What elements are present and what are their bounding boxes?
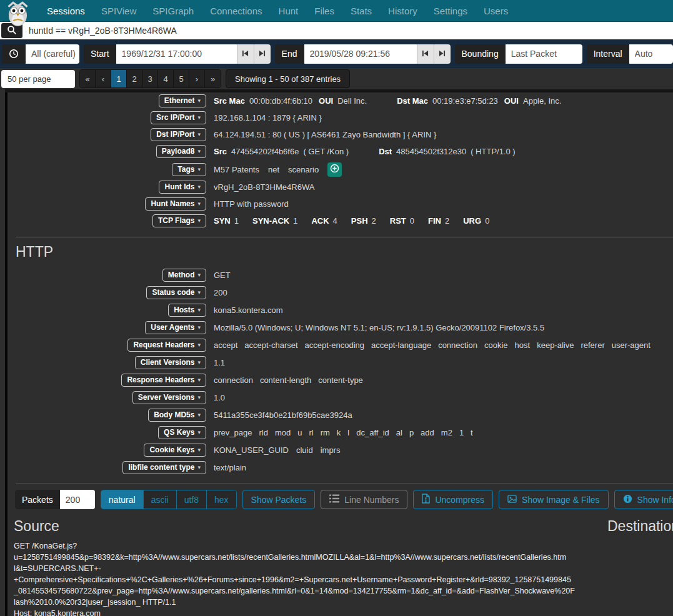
start-step-back-button[interactable] [237, 44, 254, 64]
nav-item-stats[interactable]: Stats [342, 6, 380, 16]
hunt-id-value[interactable]: vRgH_2oB-8T3HMe4R6WA [214, 182, 314, 192]
qs-key-value[interactable]: mod [275, 428, 291, 437]
qs-key-value[interactable]: al [396, 428, 402, 437]
start-time-input[interactable] [116, 44, 237, 64]
cookie-key-value[interactable]: cluid [296, 445, 313, 455]
add-tag-button[interactable] [327, 162, 342, 177]
request-header-value[interactable]: user-agent [612, 340, 651, 350]
pager-first-button[interactable]: « [80, 70, 96, 87]
field-pill-server-versions[interactable]: Server Versions▾ [132, 391, 206, 404]
field-pill-payload8[interactable]: Payload8▾ [156, 145, 206, 158]
response-header-value[interactable]: content-type [318, 375, 363, 385]
field-pill-hunt-ids[interactable]: Hunt Ids▾ [159, 181, 206, 194]
server-version-value[interactable]: 1.0 [214, 393, 225, 402]
host-value[interactable]: kona5.kontera.com [214, 306, 283, 315]
field-pill-method[interactable]: Method▾ [162, 269, 206, 282]
status-code-value[interactable]: 200 [214, 288, 227, 297]
field-pill-user-agents[interactable]: User Agents▾ [145, 321, 206, 334]
end-step-back-button[interactable] [417, 44, 434, 64]
cookie-key-value[interactable]: KONA_USER_GUID [214, 445, 289, 455]
request-header-value[interactable]: host [515, 340, 531, 350]
tcp-flag-value[interactable]: URG0 [463, 216, 489, 226]
search-input[interactable] [22, 23, 673, 38]
field-pill-ethernet[interactable]: Ethernet▾ [159, 94, 206, 107]
request-header-value[interactable]: accept-charset [244, 340, 297, 350]
show-image-files-button[interactable]: Show Image & Files [499, 490, 609, 509]
src-ip-port-value[interactable]: 192.168.1.104 : 1879 { ARIN } [214, 113, 322, 122]
mode-hex-button[interactable]: hex [207, 490, 236, 509]
show-info-button[interactable]: Show Info [614, 490, 673, 509]
method-value[interactable]: GET [214, 271, 231, 280]
start-step-forward-button[interactable] [254, 44, 271, 64]
mode-utf8-button[interactable]: utf8 [177, 490, 207, 509]
tag-value[interactable]: net [268, 165, 279, 174]
tcp-flag-value[interactable]: SYN1 [214, 216, 239, 226]
pager-page-5-button[interactable]: 5 [174, 70, 189, 87]
qs-key-value[interactable]: t [471, 428, 473, 437]
request-header-value[interactable]: accept [214, 340, 237, 350]
field-pill-libfile-content-type[interactable]: libfile content type▾ [122, 461, 206, 474]
tcp-flag-value[interactable]: ACK4 [311, 216, 337, 226]
pager-page-4-button[interactable]: 4 [158, 70, 174, 87]
qs-key-value[interactable]: add [421, 428, 434, 437]
end-step-forward-button[interactable] [434, 44, 451, 64]
end-time-input[interactable] [304, 44, 417, 64]
field-pill-src-ip-port[interactable]: Src IP/Port▾ [151, 111, 206, 124]
time-range-select[interactable] [26, 44, 79, 64]
bounding-select[interactable] [506, 44, 582, 64]
uncompress-button[interactable]: Uncompress [413, 490, 493, 509]
src-oui-value[interactable]: OUIDell Inc. [319, 96, 367, 106]
tcp-flag-value[interactable]: RST0 [390, 216, 414, 226]
dst-payload-value[interactable]: Dst485454502f312e30( HTTP/1.0 ) [379, 147, 516, 156]
qs-key-value[interactable]: k [337, 428, 341, 437]
qs-key-value[interactable]: dc_aff_id [356, 428, 389, 437]
field-pill-cookie-keys[interactable]: Cookie Keys▾ [144, 444, 206, 457]
pager-prev-button[interactable]: ‹ [96, 70, 111, 87]
dst-mac-value[interactable]: Dst Mac00:19:e3:e7:5d:23 [397, 96, 498, 106]
qs-key-value[interactable]: l [347, 428, 349, 437]
field-pill-request-headers[interactable]: Request Headers▾ [127, 339, 206, 352]
tcp-flag-value[interactable]: FIN2 [428, 216, 449, 226]
libfile-content-type-value[interactable]: text/plain [214, 463, 246, 472]
request-header-value[interactable]: accept-encoding [305, 340, 364, 350]
user-agent-value[interactable]: Mozilla/5.0 (Windows; U; Windows NT 5.1;… [214, 323, 544, 332]
nav-item-connections[interactable]: Connections [202, 6, 270, 16]
pager-last-button[interactable]: » [205, 70, 221, 87]
arkime-owl-logo[interactable] [4, 1, 31, 27]
qs-key-value[interactable]: p [409, 428, 414, 437]
response-header-value[interactable]: connection [214, 375, 253, 385]
qs-key-value[interactable]: u [297, 428, 302, 437]
show-packets-button[interactable]: Show Packets [242, 490, 316, 509]
request-header-value[interactable]: accept-language [371, 340, 431, 350]
page-size-select[interactable] [1, 70, 75, 88]
field-pill-client-versions[interactable]: Client Versions▾ [135, 356, 206, 369]
pager-page-3-button[interactable]: 3 [142, 70, 158, 87]
tcp-flag-value[interactable]: PSH2 [351, 216, 376, 226]
nav-item-spiview[interactable]: SPIView [93, 6, 144, 16]
nav-item-sessions[interactable]: Sessions [39, 6, 93, 16]
qs-key-value[interactable]: m2 [441, 428, 452, 437]
qs-key-value[interactable]: rl [309, 428, 313, 437]
dst-oui-value[interactable]: OUIApple, Inc. [504, 96, 562, 106]
field-pill-tags[interactable]: Tags▾ [172, 163, 206, 176]
src-mac-value[interactable]: Src Mac00:0b:db:4f:6b:10 [214, 96, 312, 106]
field-pill-hosts[interactable]: Hosts▾ [168, 304, 206, 317]
nav-item-spigraph[interactable]: SPIGraph [144, 6, 202, 16]
pager-page-2-button[interactable]: 2 [127, 70, 142, 87]
field-pill-response-headers[interactable]: Response Headers▾ [121, 374, 206, 387]
tag-value[interactable]: M57 Patents [214, 165, 259, 174]
qs-key-value[interactable]: rld [259, 428, 267, 437]
nav-item-hunt[interactable]: Hunt [271, 6, 307, 16]
body-md5-value[interactable]: 5411a355ce3f4b0e21bf69b5cae3924a [214, 410, 352, 420]
nav-item-files[interactable]: Files [306, 6, 342, 16]
field-pill-qs-keys[interactable]: QS Keys▾ [158, 426, 206, 439]
qs-key-value[interactable]: prev_page [214, 428, 252, 437]
packets-count-input[interactable] [60, 490, 95, 509]
pager-page-1-button[interactable]: 1 [111, 70, 127, 87]
field-pill-status-code[interactable]: Status code▾ [146, 286, 206, 299]
field-pill-body-md5s[interactable]: Body MD5s▾ [148, 409, 206, 422]
interval-select[interactable] [629, 44, 673, 64]
client-version-value[interactable]: 1.1 [214, 358, 225, 367]
field-pill-tcp-flags[interactable]: TCP Flags▾ [152, 214, 206, 227]
response-header-value[interactable]: content-length [260, 375, 311, 385]
